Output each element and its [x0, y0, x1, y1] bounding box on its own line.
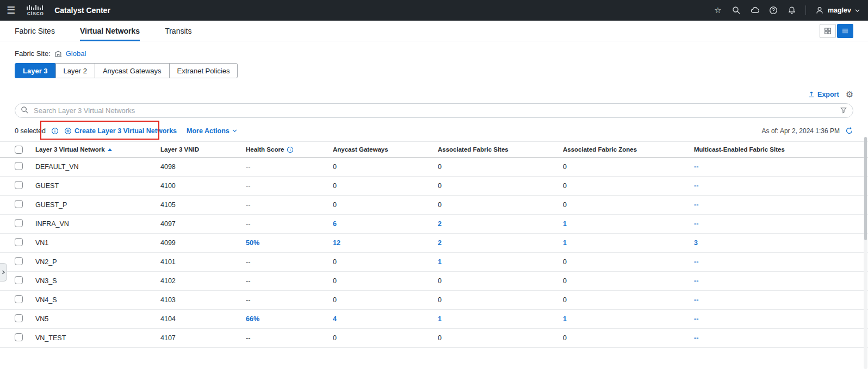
- anycast-gateways-cell: 0: [333, 201, 438, 209]
- row-checkbox[interactable]: [15, 162, 23, 170]
- cloud-icon[interactable]: [750, 5, 760, 15]
- row-checkbox[interactable]: [15, 333, 23, 341]
- user-avatar-icon: [815, 5, 824, 15]
- menu-icon[interactable]: ☰: [7, 5, 15, 15]
- search-bar: [15, 103, 853, 118]
- col-health-score[interactable]: Health Score: [246, 146, 284, 153]
- refresh-icon[interactable]: [845, 127, 853, 135]
- fabric-sites-cell[interactable]: 1: [438, 315, 563, 323]
- col-associated-fabric-zones[interactable]: Associated Fabric Zones: [563, 146, 637, 153]
- fabric-site-row: Fabric Site: Global: [0, 41, 868, 58]
- multicast-sites-cell[interactable]: --: [694, 334, 853, 342]
- table-settings-gear-icon[interactable]: ⚙: [846, 90, 853, 99]
- tab-extranet-policies[interactable]: Extranet Policies: [169, 63, 238, 78]
- list-view-button[interactable]: [837, 24, 853, 38]
- selected-count: 0 selected: [15, 127, 46, 135]
- vn-name-cell: VN3_S: [35, 277, 160, 285]
- user-menu[interactable]: maglev: [815, 5, 860, 15]
- table-row: VN2_P 4101 -- 0 1 0 --: [0, 253, 868, 272]
- vn-name-cell: VN2_P: [35, 258, 160, 266]
- grid-view-button[interactable]: [820, 24, 836, 38]
- vertical-scrollbar-thumb[interactable]: [864, 137, 867, 240]
- tab-anycast-gateways[interactable]: Anycast Gateways: [95, 63, 170, 78]
- health-score-info-icon[interactable]: [287, 146, 294, 153]
- col-multicast-enabled-sites[interactable]: Multicast-Enabled Fabric Sites: [694, 146, 785, 153]
- table-row: GUEST_P 4105 -- 0 0 0 --: [0, 196, 868, 215]
- export-icon: [808, 91, 815, 98]
- row-checkbox[interactable]: [15, 257, 23, 265]
- health-score-cell[interactable]: 66%: [246, 315, 333, 323]
- fabric-sites-cell: 0: [438, 334, 563, 342]
- row-checkbox[interactable]: [15, 219, 23, 227]
- row-checkbox[interactable]: [15, 238, 23, 246]
- layer-segmented-control: Layer 3 Layer 2 Anycast Gateways Extrane…: [0, 58, 868, 78]
- anycast-gateways-cell[interactable]: 12: [333, 239, 438, 247]
- fabric-zones-cell[interactable]: 1: [563, 220, 694, 228]
- user-name: maglev: [828, 7, 851, 14]
- multicast-sites-cell[interactable]: 3: [694, 239, 853, 247]
- fabric-zones-cell[interactable]: 1: [563, 239, 694, 247]
- fabric-sites-cell[interactable]: 2: [438, 239, 563, 247]
- help-icon[interactable]: [768, 5, 778, 15]
- row-checkbox[interactable]: [15, 200, 23, 208]
- export-button[interactable]: Export: [808, 91, 839, 98]
- tab-layer-2[interactable]: Layer 2: [55, 63, 95, 78]
- fabric-zones-cell: 0: [563, 334, 694, 342]
- tab-transits[interactable]: Transits: [165, 21, 191, 41]
- table-row: VN5 4104 66% 4 1 1 --: [0, 310, 868, 329]
- select-all-checkbox[interactable]: [15, 146, 23, 154]
- col-associated-fabric-sites[interactable]: Associated Fabric Sites: [438, 146, 509, 153]
- favorites-star-icon[interactable]: ☆: [713, 5, 723, 15]
- col-layer3-vn[interactable]: Layer 3 Virtual Network: [35, 146, 105, 153]
- multicast-sites-cell[interactable]: --: [694, 258, 853, 266]
- anycast-gateways-cell[interactable]: 6: [333, 220, 438, 228]
- more-actions-dropdown[interactable]: More Actions: [187, 127, 238, 135]
- multicast-sites-cell[interactable]: --: [694, 296, 853, 304]
- fabric-sites-cell: 0: [438, 163, 563, 171]
- search-input[interactable]: [15, 103, 853, 118]
- multicast-sites-cell[interactable]: --: [694, 220, 853, 228]
- sort-asc-icon[interactable]: [108, 148, 112, 151]
- anycast-gateways-cell[interactable]: 4: [333, 315, 438, 323]
- multicast-sites-cell[interactable]: --: [694, 315, 853, 323]
- fabric-zones-cell: 0: [563, 296, 694, 304]
- vn-name-cell: GUEST_P: [35, 201, 160, 209]
- search-magnifier-icon: [21, 106, 29, 116]
- filter-funnel-icon[interactable]: [840, 107, 847, 116]
- tab-virtual-networks[interactable]: Virtual Networks: [80, 21, 140, 41]
- multicast-sites-cell[interactable]: --: [694, 277, 853, 285]
- row-checkbox[interactable]: [15, 181, 23, 189]
- fabric-sites-cell[interactable]: 2: [438, 220, 563, 228]
- multicast-sites-cell[interactable]: --: [694, 182, 853, 190]
- selected-info-icon[interactable]: [51, 127, 59, 135]
- health-score-cell[interactable]: 50%: [246, 239, 333, 247]
- fabric-sites-cell[interactable]: 1: [438, 258, 563, 266]
- tab-fabric-sites[interactable]: Fabric Sites: [15, 21, 55, 41]
- fabric-site-global-link[interactable]: Global: [66, 49, 86, 58]
- notifications-bell-icon[interactable]: [787, 5, 797, 15]
- anycast-gateways-cell: 0: [333, 296, 438, 304]
- page-tabbar: Fabric Sites Virtual Networks Transits: [0, 21, 868, 41]
- col-layer3-vnid[interactable]: Layer 3 VNID: [160, 146, 199, 153]
- search-icon[interactable]: [731, 5, 741, 15]
- app-header: ☰ cisco Catalyst Center ☆: [0, 0, 868, 21]
- vn-name-cell: VN5: [35, 315, 160, 323]
- left-panel-expand-button[interactable]: [0, 263, 7, 282]
- anycast-gateways-cell: 0: [333, 182, 438, 190]
- table-row: GUEST 4100 -- 0 0 0 --: [0, 177, 868, 196]
- create-layer3-vn-button[interactable]: Create Layer 3 Virtual Networks: [64, 127, 177, 135]
- as-of-timestamp: As of: Apr 2, 2024 1:36 PM: [762, 127, 840, 135]
- multicast-sites-cell[interactable]: --: [694, 163, 853, 171]
- table-body: DEFAULT_VN 4098 -- 0 0 0 -- GUEST 4100 -…: [0, 158, 868, 348]
- tab-layer-3[interactable]: Layer 3: [15, 63, 56, 78]
- row-checkbox[interactable]: [15, 276, 23, 284]
- fabric-zones-cell[interactable]: 1: [563, 315, 694, 323]
- row-checkbox[interactable]: [15, 295, 23, 303]
- row-checkbox[interactable]: [15, 314, 23, 322]
- header-divider: [805, 5, 806, 15]
- col-anycast-gateways[interactable]: Anycast Gateways: [333, 146, 388, 153]
- site-building-icon: [54, 50, 62, 58]
- multicast-sites-cell[interactable]: --: [694, 201, 853, 209]
- vn-name-cell: VN4_S: [35, 296, 160, 304]
- create-layer3-vn-label: Create Layer 3 Virtual Networks: [75, 127, 177, 135]
